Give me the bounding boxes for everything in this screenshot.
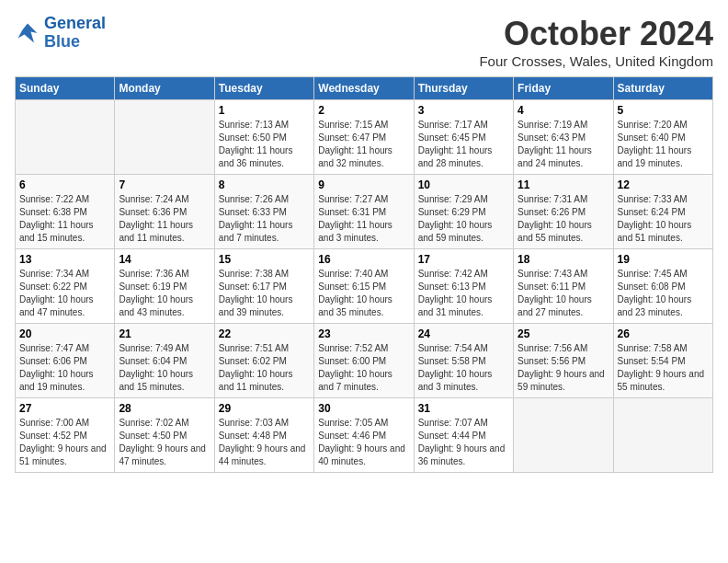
day-cell (613, 398, 712, 473)
day-number: 20 (19, 327, 110, 340)
day-info: Sunrise: 7:34 AM Sunset: 6:22 PM Dayligh… (19, 268, 110, 319)
day-info: Sunrise: 7:27 AM Sunset: 6:31 PM Dayligh… (318, 193, 409, 245)
day-number: 2 (318, 104, 409, 117)
day-number: 19 (618, 253, 709, 266)
day-info: Sunrise: 7:24 AM Sunset: 6:36 PM Dayligh… (119, 193, 210, 245)
col-header-sunday: Sunday (16, 77, 115, 100)
day-number: 13 (19, 253, 110, 266)
week-row-2: 6Sunrise: 7:22 AM Sunset: 6:38 PM Daylig… (16, 175, 713, 249)
day-cell: 19Sunrise: 7:45 AM Sunset: 6:08 PM Dayli… (613, 249, 712, 324)
week-row-4: 20Sunrise: 7:47 AM Sunset: 6:06 PM Dayli… (16, 324, 713, 398)
day-info: Sunrise: 7:47 AM Sunset: 6:06 PM Dayligh… (19, 342, 110, 394)
col-header-tuesday: Tuesday (214, 77, 313, 100)
day-number: 15 (219, 253, 310, 266)
day-cell: 7Sunrise: 7:24 AM Sunset: 6:36 PM Daylig… (115, 175, 214, 249)
day-info: Sunrise: 7:58 AM Sunset: 5:54 PM Dayligh… (618, 342, 709, 394)
svg-marker-0 (18, 23, 38, 42)
col-header-monday: Monday (115, 77, 214, 100)
day-cell: 18Sunrise: 7:43 AM Sunset: 6:11 PM Dayli… (514, 249, 613, 324)
day-info: Sunrise: 7:49 AM Sunset: 6:04 PM Dayligh… (119, 342, 210, 394)
col-header-thursday: Thursday (414, 77, 513, 100)
day-info: Sunrise: 7:03 AM Sunset: 4:48 PM Dayligh… (219, 417, 310, 468)
week-row-3: 13Sunrise: 7:34 AM Sunset: 6:22 PM Dayli… (16, 249, 713, 324)
logo-icon (15, 20, 40, 46)
day-cell: 22Sunrise: 7:51 AM Sunset: 6:02 PM Dayli… (214, 324, 313, 398)
day-number: 1 (219, 104, 310, 117)
day-info: Sunrise: 7:40 AM Sunset: 6:15 PM Dayligh… (318, 268, 409, 319)
day-number: 18 (518, 253, 609, 266)
day-info: Sunrise: 7:13 AM Sunset: 6:50 PM Dayligh… (219, 119, 310, 170)
calendar-table: SundayMondayTuesdayWednesdayThursdayFrid… (15, 76, 713, 473)
day-number: 7 (119, 178, 210, 191)
day-number: 21 (119, 327, 210, 340)
day-info: Sunrise: 7:02 AM Sunset: 4:50 PM Dayligh… (119, 417, 210, 468)
day-number: 27 (19, 402, 110, 415)
day-number: 26 (618, 327, 709, 340)
day-info: Sunrise: 7:33 AM Sunset: 6:24 PM Dayligh… (618, 193, 709, 245)
day-cell: 31Sunrise: 7:07 AM Sunset: 4:44 PM Dayli… (414, 398, 513, 473)
day-info: Sunrise: 7:56 AM Sunset: 5:56 PM Dayligh… (518, 342, 609, 394)
day-info: Sunrise: 7:00 AM Sunset: 4:52 PM Dayligh… (19, 417, 110, 468)
day-cell: 3Sunrise: 7:17 AM Sunset: 6:45 PM Daylig… (414, 100, 513, 175)
month-title: October 2024 (479, 15, 713, 53)
day-info: Sunrise: 7:07 AM Sunset: 4:44 PM Dayligh… (418, 417, 509, 468)
day-number: 6 (19, 178, 110, 191)
day-cell: 20Sunrise: 7:47 AM Sunset: 6:06 PM Dayli… (16, 324, 115, 398)
day-number: 24 (418, 327, 509, 340)
day-number: 4 (518, 104, 609, 117)
day-cell: 13Sunrise: 7:34 AM Sunset: 6:22 PM Dayli… (16, 249, 115, 324)
day-cell: 5Sunrise: 7:20 AM Sunset: 6:40 PM Daylig… (613, 100, 712, 175)
day-cell: 10Sunrise: 7:29 AM Sunset: 6:29 PM Dayli… (414, 175, 513, 249)
logo-text: General Blue (44, 15, 106, 52)
day-cell (115, 100, 214, 175)
day-number: 10 (418, 178, 509, 191)
day-number: 28 (119, 402, 210, 415)
day-number: 12 (618, 178, 709, 191)
day-cell: 24Sunrise: 7:54 AM Sunset: 5:58 PM Dayli… (414, 324, 513, 398)
day-cell: 12Sunrise: 7:33 AM Sunset: 6:24 PM Dayli… (613, 175, 712, 249)
day-info: Sunrise: 7:45 AM Sunset: 6:08 PM Dayligh… (618, 268, 709, 319)
day-info: Sunrise: 7:26 AM Sunset: 6:33 PM Dayligh… (219, 193, 310, 245)
day-info: Sunrise: 7:22 AM Sunset: 6:38 PM Dayligh… (19, 193, 110, 245)
col-header-wednesday: Wednesday (314, 77, 414, 100)
week-row-5: 27Sunrise: 7:00 AM Sunset: 4:52 PM Dayli… (16, 398, 713, 473)
day-number: 5 (618, 104, 709, 117)
day-cell: 2Sunrise: 7:15 AM Sunset: 6:47 PM Daylig… (314, 100, 414, 175)
day-info: Sunrise: 7:51 AM Sunset: 6:02 PM Dayligh… (219, 342, 310, 394)
day-cell (514, 398, 613, 473)
title-block: October 2024 Four Crosses, Wales, United… (479, 15, 713, 69)
day-cell: 8Sunrise: 7:26 AM Sunset: 6:33 PM Daylig… (214, 175, 313, 249)
day-info: Sunrise: 7:36 AM Sunset: 6:19 PM Dayligh… (119, 268, 210, 319)
day-cell: 14Sunrise: 7:36 AM Sunset: 6:19 PM Dayli… (115, 249, 214, 324)
day-info: Sunrise: 7:54 AM Sunset: 5:58 PM Dayligh… (418, 342, 509, 394)
day-cell: 1Sunrise: 7:13 AM Sunset: 6:50 PM Daylig… (214, 100, 313, 175)
day-cell: 23Sunrise: 7:52 AM Sunset: 6:00 PM Dayli… (314, 324, 414, 398)
day-info: Sunrise: 7:05 AM Sunset: 4:46 PM Dayligh… (318, 417, 409, 468)
day-number: 16 (318, 253, 409, 266)
day-number: 30 (318, 402, 409, 415)
day-number: 22 (219, 327, 310, 340)
day-cell: 6Sunrise: 7:22 AM Sunset: 6:38 PM Daylig… (16, 175, 115, 249)
day-number: 23 (318, 327, 409, 340)
day-cell: 27Sunrise: 7:00 AM Sunset: 4:52 PM Dayli… (16, 398, 115, 473)
day-number: 8 (219, 178, 310, 191)
day-cell: 16Sunrise: 7:40 AM Sunset: 6:15 PM Dayli… (314, 249, 414, 324)
day-info: Sunrise: 7:38 AM Sunset: 6:17 PM Dayligh… (219, 268, 310, 319)
day-info: Sunrise: 7:29 AM Sunset: 6:29 PM Dayligh… (418, 193, 509, 245)
location: Four Crosses, Wales, United Kingdom (479, 53, 713, 69)
day-info: Sunrise: 7:15 AM Sunset: 6:47 PM Dayligh… (318, 119, 409, 170)
day-number: 11 (518, 178, 609, 191)
day-cell: 15Sunrise: 7:38 AM Sunset: 6:17 PM Dayli… (214, 249, 313, 324)
day-number: 3 (418, 104, 509, 117)
day-info: Sunrise: 7:19 AM Sunset: 6:43 PM Dayligh… (518, 119, 609, 170)
day-cell: 30Sunrise: 7:05 AM Sunset: 4:46 PM Dayli… (314, 398, 414, 473)
day-cell: 25Sunrise: 7:56 AM Sunset: 5:56 PM Dayli… (514, 324, 613, 398)
day-cell: 17Sunrise: 7:42 AM Sunset: 6:13 PM Dayli… (414, 249, 513, 324)
day-cell: 21Sunrise: 7:49 AM Sunset: 6:04 PM Dayli… (115, 324, 214, 398)
day-cell: 29Sunrise: 7:03 AM Sunset: 4:48 PM Dayli… (214, 398, 313, 473)
day-number: 31 (418, 402, 509, 415)
col-header-saturday: Saturday (613, 77, 712, 100)
day-info: Sunrise: 7:42 AM Sunset: 6:13 PM Dayligh… (418, 268, 509, 319)
day-cell: 11Sunrise: 7:31 AM Sunset: 6:26 PM Dayli… (514, 175, 613, 249)
day-info: Sunrise: 7:20 AM Sunset: 6:40 PM Dayligh… (618, 119, 709, 170)
